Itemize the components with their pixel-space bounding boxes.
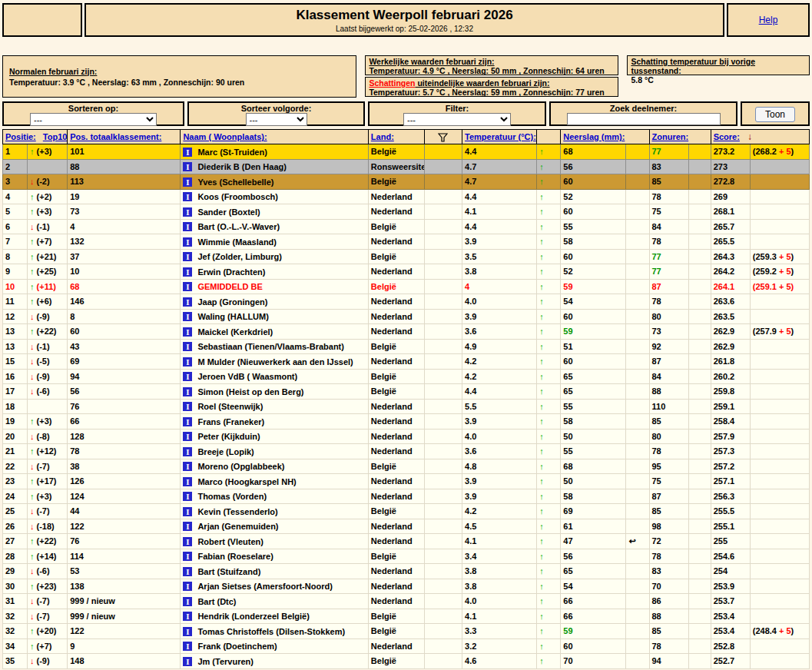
temperature-trend-cell: ↑ xyxy=(537,399,561,414)
position-change: (+11) xyxy=(37,282,56,291)
position-cell: 32 xyxy=(3,609,28,624)
search-input[interactable] xyxy=(567,113,721,125)
participant-icon[interactable]: I xyxy=(183,402,192,411)
header-pos-totaal-link[interactable]: Pos. totaalklassement: xyxy=(70,132,161,141)
top10-change-cell: ↓(-6) xyxy=(28,564,68,579)
name-cell: IThomas (Vorden) xyxy=(181,489,368,504)
participant-icon[interactable]: I xyxy=(183,162,192,171)
participant-icon[interactable]: I xyxy=(183,297,192,307)
header-neerslag-link[interactable]: Neerslag (mm): xyxy=(563,132,625,141)
sort-order-select[interactable]: --- xyxy=(246,113,307,126)
position-change: (+3) xyxy=(37,207,52,216)
filter-funnel-icon[interactable] xyxy=(438,133,448,142)
participant-icon[interactable]: I xyxy=(183,582,192,591)
participant-icon[interactable]: I xyxy=(183,552,192,561)
participant-icon[interactable]: I xyxy=(183,372,192,381)
header-positie-link[interactable]: Positie: xyxy=(5,132,36,141)
participant-icon[interactable]: I xyxy=(183,657,192,666)
country-cell: Nederland xyxy=(368,324,424,340)
participant-icon[interactable]: I xyxy=(183,327,192,337)
header-score-link[interactable]: Score: xyxy=(714,132,740,141)
header-zonuren-link[interactable]: Zonuren: xyxy=(652,132,689,141)
participant-icon[interactable]: I xyxy=(183,222,192,231)
filter-column-cell xyxy=(424,279,462,294)
header-top10-link[interactable]: Top10 xyxy=(43,132,68,141)
participant-icon[interactable]: I xyxy=(183,237,192,247)
participant-icon[interactable]: I xyxy=(183,417,192,426)
participant-icon[interactable]: I xyxy=(183,148,192,157)
precipitation-extra-cell xyxy=(626,549,649,564)
header-temperatuur-link[interactable]: Temperatuur (°C): xyxy=(465,132,536,141)
top10-change-cell: ↓(-9) xyxy=(28,309,68,324)
position-change: (+12) xyxy=(37,446,57,456)
position-cell: 8 xyxy=(3,249,28,264)
participant-icon[interactable]: I xyxy=(183,177,192,187)
bonus-cell xyxy=(750,579,809,594)
down-arrow-icon: ↓ xyxy=(30,506,35,516)
header-land-link[interactable]: Land: xyxy=(371,132,394,141)
top10-change-cell: ↑(+3) xyxy=(28,204,68,220)
participant-icon[interactable]: I xyxy=(183,432,192,441)
participant-icon[interactable]: I xyxy=(183,477,192,486)
temperature-trend-cell: ↑ xyxy=(537,279,561,294)
total-ranking-cell: 122 xyxy=(68,519,181,534)
participant-icon[interactable]: I xyxy=(183,282,192,291)
participant-name: Bart (Stuifzand) xyxy=(197,567,260,576)
search-label: Zoek deelnemer: xyxy=(551,104,736,113)
filter-select[interactable]: --- xyxy=(403,113,511,126)
header-pos-totaal: Pos. totaalklassement: xyxy=(68,130,181,144)
temperature-trend-cell: ↑ xyxy=(537,474,561,489)
participant-icon[interactable]: I xyxy=(183,207,192,217)
header-naam-link[interactable]: Naam ( Woonplaats): xyxy=(183,132,267,141)
participant-icon[interactable]: I xyxy=(183,507,192,516)
participant-icon[interactable]: I xyxy=(183,447,192,456)
participant-icon[interactable]: I xyxy=(183,252,192,261)
participant-icon[interactable]: I xyxy=(183,387,192,396)
position-cell: 22 xyxy=(3,459,28,474)
precipitation-extra-cell xyxy=(626,504,649,519)
participant-icon[interactable]: I xyxy=(183,522,192,531)
table-row: 11↑(+6)146IJaap (Groningen)Nederland4.0↑… xyxy=(3,294,810,310)
precipitation-extra-cell xyxy=(626,174,649,190)
sun-hours-cell: 88 xyxy=(649,384,688,400)
participant-icon[interactable]: I xyxy=(183,627,192,636)
participant-icon[interactable]: I xyxy=(183,312,192,321)
title-box: Klassement Weerpoll februari 2026 Laatst… xyxy=(85,3,724,37)
participant-icon[interactable]: I xyxy=(183,267,192,277)
participant-icon[interactable]: I xyxy=(183,342,192,351)
show-button[interactable]: Toon xyxy=(755,107,795,122)
filter-column-cell xyxy=(424,549,462,564)
name-cell: IHendrik (Londerzeel België) xyxy=(181,609,368,624)
table-row: 26↓(-18)122IArjan (Genemuiden)Nederland4… xyxy=(3,519,810,534)
table-row: 28↑(+14)114IFabian (Roeselare)België3.4↑… xyxy=(3,549,810,564)
participant-icon[interactable]: I xyxy=(183,357,192,367)
table-row: 16↓(-9)94IJeroen VdB ( Waasmont)België4.… xyxy=(3,369,810,384)
participant-icon[interactable]: I xyxy=(183,537,192,546)
score-cell: 265.5 xyxy=(711,234,750,250)
country-cell: België xyxy=(368,279,424,294)
down-arrow-icon: ↓ xyxy=(30,342,35,351)
name-cell: IPeter (Kijkduin) xyxy=(181,429,368,444)
participant-icon[interactable]: I xyxy=(183,642,192,651)
top10-change-cell xyxy=(28,159,68,174)
sun-hours-cell: 84 xyxy=(649,219,688,234)
participant-icon[interactable]: I xyxy=(183,567,192,576)
temperature-trend-cell: ↑ xyxy=(537,638,561,654)
precipitation-extra-cell xyxy=(626,279,649,294)
precipitation-cell: 69 xyxy=(561,504,626,519)
score-cell: 262.9 xyxy=(711,339,750,354)
position-cell: 24 xyxy=(3,489,28,504)
name-cell: ISimon (Heist op den Berg) xyxy=(181,384,368,400)
participant-icon[interactable]: I xyxy=(183,612,192,621)
position-cell: 13 xyxy=(3,339,28,354)
participant-icon[interactable]: I xyxy=(183,462,192,471)
position-cell: 28 xyxy=(3,549,28,564)
temp-up-arrow-icon: ↑ xyxy=(539,237,544,246)
help-link[interactable]: Help xyxy=(759,15,778,25)
sort-select[interactable]: --- xyxy=(30,113,157,126)
participant-icon[interactable]: I xyxy=(183,492,192,501)
participant-icon[interactable]: I xyxy=(183,597,192,606)
score-cell: 252.7 xyxy=(711,654,750,669)
participant-icon[interactable]: I xyxy=(183,192,192,201)
precipitation-extra-cell xyxy=(626,444,649,459)
